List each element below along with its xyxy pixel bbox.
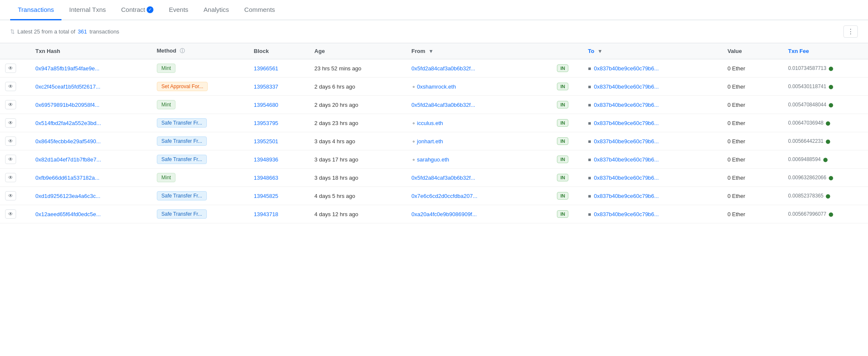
block-link[interactable]: 13953795 [254,120,278,126]
cell-eye: 👁 [0,205,31,223]
tab-events[interactable]: Events [161,0,196,20]
txn-hash-link[interactable]: 0x947a85fb19af54fae9e... [36,65,100,72]
value-text: 0 Ether [727,193,745,199]
age-text: 4 days 5 hrs ago [314,193,355,199]
transaction-count[interactable]: 361 [78,28,87,35]
txn-hash-link[interactable]: 0xc2f45ceaf1b5fd5f2617... [36,83,100,90]
cell-eye: 👁 [0,187,31,205]
tab-internal-txns[interactable]: Internal Txns [61,0,113,20]
cell-method: Set Approval For... [152,78,249,96]
value-text: 0 Ether [727,120,745,126]
view-button[interactable]: 👁 [5,191,16,200]
th-block: Block [249,43,309,59]
from-filter-icon[interactable]: ▼ [428,48,434,54]
direction-badge: IN [557,101,568,108]
from-link[interactable]: 0xshamrock.eth [417,83,456,90]
to-link[interactable]: 0x837b40be9ce60c79b6... [594,211,659,217]
cell-from: ⚬sarahguo.eth [406,150,552,169]
fee-indicator: ⬤ [829,66,833,71]
cell-method: Safe Transfer Fr... [152,114,249,132]
view-button[interactable]: 👁 [5,136,16,146]
method-badge: Safe Transfer Fr... [157,209,207,219]
cell-method: Safe Transfer Fr... [152,205,249,223]
txn-hash-link[interactable]: 0xfb9e66dd61a537182a... [36,175,100,181]
tab-analytics[interactable]: Analytics [196,0,236,20]
txn-hash-link[interactable]: 0x82d1a04ef7d1b7fb8e7... [36,156,101,163]
method-info-icon[interactable]: ⓘ [180,48,185,54]
tab-contract[interactable]: Contract ✓ [114,0,161,20]
view-button[interactable]: 👁 [5,173,16,182]
cell-txn-hash: 0x82d1a04ef7d1b7fb8e7... [31,150,152,169]
method-badge: Set Approval For... [157,82,208,91]
block-link[interactable]: 13966561 [254,65,278,72]
cell-direction: IN [552,78,583,96]
age-text: 3 days 17 hrs ago [314,156,358,163]
to-link[interactable]: 0x837b40be9ce60c79b6... [594,65,659,72]
toolbar: ⇅ Latest 25 from a total of 361 transact… [0,20,868,43]
more-options-button[interactable]: ⋮ [843,25,858,38]
block-link[interactable]: 13958337 [254,83,278,90]
view-button[interactable]: 👁 [5,82,16,91]
cell-block: 13948663 [249,169,309,187]
th-txn-fee: Txn Fee [783,43,868,59]
cell-from: 0x5fd2a84caf3a0b6b32f... [406,59,552,78]
cell-method: Mint [152,96,249,114]
block-link[interactable]: 13948936 [254,156,278,163]
to-link[interactable]: 0x837b40be9ce60c79b6... [594,193,659,199]
txn-hash-link[interactable]: 0x69579891b4b20958f4... [36,102,100,108]
block-link[interactable]: 13952501 [254,138,278,145]
cell-txn-hash: 0x8645fecbb4e29af5490... [31,132,152,150]
view-button[interactable]: 👁 [5,64,16,73]
view-button[interactable]: 👁 [5,155,16,164]
block-link[interactable]: 13945825 [254,193,278,199]
block-link[interactable]: 13954680 [254,102,278,108]
from-link[interactable]: icculus.eth [417,120,443,126]
txn-hash-link[interactable]: 0x514fbd2fa42a552e3bd... [36,120,101,126]
to-link[interactable]: 0x837b40be9ce60c79b6... [594,156,659,163]
from-link[interactable]: 0xa20a4fc0e9b9086909f... [412,211,477,217]
block-link[interactable]: 13948663 [254,175,278,181]
method-badge: Mint [157,173,176,182]
direction-badge: IN [557,174,568,181]
to-filter-icon[interactable]: ▼ [598,48,603,54]
value-text: 0 Ether [727,211,745,217]
view-button[interactable]: 👁 [5,118,16,128]
from-link[interactable]: 0x5fd2a84caf3a0b6b32f... [412,102,475,108]
to-link[interactable]: 0x837b40be9ce60c79b6... [594,120,659,126]
cell-to: ■ 0x837b40be9ce60c79b6... [583,150,722,169]
view-button[interactable]: 👁 [5,100,16,109]
cell-txn-fee: 0.009632862066 ⬤ [783,169,868,187]
from-link[interactable]: 0x5fd2a84caf3a0b6b32f... [412,175,475,181]
block-link[interactable]: 13943718 [254,211,278,217]
txn-hash-link[interactable]: 0x8645fecbb4e29af5490... [36,138,101,145]
tab-transactions[interactable]: Transactions [10,0,61,20]
table-body: 👁 0x947a85fb19af54fae9e... Mint 13966561… [0,59,868,223]
th-txn-hash: Txn Hash [31,43,152,59]
cell-method: Safe Transfer Fr... [152,132,249,150]
from-link[interactable]: sarahguo.eth [417,156,449,163]
direction-badge: IN [557,119,568,127]
txn-hash-link[interactable]: 0x12aeed65f64fd0edc5e... [36,211,101,217]
cell-age: 4 days 12 hrs ago [309,205,406,223]
fee-text: 0.005430118741 [788,83,826,89]
contract-icon: ■ [588,193,591,199]
cell-txn-fee: 0.005470848044 ⬤ [783,96,868,114]
to-link[interactable]: 0x837b40be9ce60c79b6... [594,175,659,181]
cell-txn-hash: 0x12aeed65f64fd0edc5e... [31,205,152,223]
from-link[interactable]: 0x7e6c6cd2d0ccfdba207... [412,193,477,199]
tab-comments[interactable]: Comments [236,0,283,20]
txn-hash-link[interactable]: 0xd1d9256123ea4a6c3c... [36,193,100,199]
cell-eye: 👁 [0,132,31,150]
cell-method: Safe Transfer Fr... [152,150,249,169]
to-link[interactable]: 0x837b40be9ce60c79b6... [594,83,659,90]
from-link[interactable]: 0x5fd2a84caf3a0b6b32f... [412,65,475,72]
table-row: 👁 0xc2f45ceaf1b5fd5f2617... Set Approval… [0,78,868,96]
to-link[interactable]: 0x837b40be9ce60c79b6... [594,102,659,108]
cell-to: ■ 0x837b40be9ce60c79b6... [583,96,722,114]
cell-txn-hash: 0xfb9e66dd61a537182a... [31,169,152,187]
to-link[interactable]: 0x837b40be9ce60c79b6... [594,138,659,145]
view-button[interactable]: 👁 [5,209,16,219]
fee-text: 0.0069488594 [788,156,821,162]
cell-from: ⚬jonhart.eth [406,132,552,150]
from-link[interactable]: jonhart.eth [417,138,443,145]
